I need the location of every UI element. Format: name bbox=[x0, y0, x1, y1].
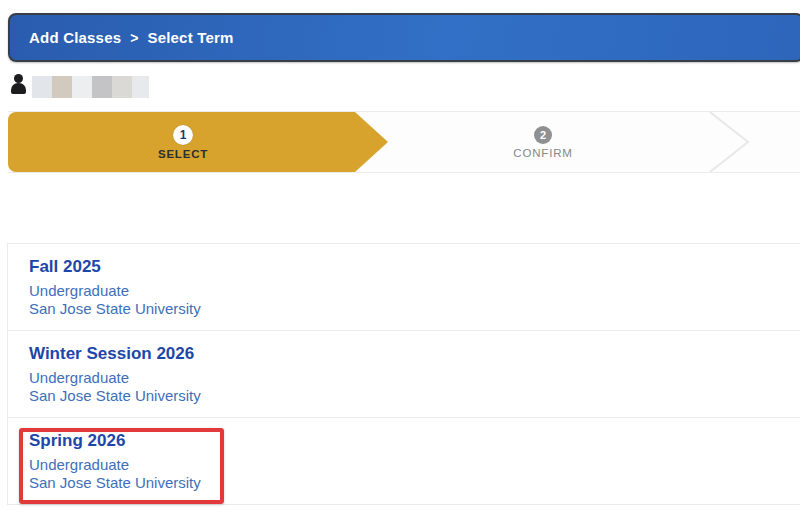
term-career: Undergraduate bbox=[29, 456, 800, 474]
user-identity-row bbox=[10, 72, 149, 98]
step-select-label: SELECT bbox=[158, 148, 208, 160]
term-institution: San Jose State University bbox=[29, 474, 800, 492]
step-select-number: 1 bbox=[173, 125, 193, 145]
term-institution: San Jose State University bbox=[29, 387, 800, 405]
term-career: Undergraduate bbox=[29, 369, 800, 387]
step-confirm-label: CONFIRM bbox=[513, 147, 572, 159]
term-list: Fall 2025 Undergraduate San Jose State U… bbox=[7, 243, 800, 505]
term-institution: San Jose State University bbox=[29, 300, 800, 318]
step-select: 1 SELECT bbox=[8, 112, 358, 172]
breadcrumb-add-classes[interactable]: Add Classes bbox=[29, 29, 121, 46]
step-confirm-number: 2 bbox=[534, 126, 552, 144]
term-career: Undergraduate bbox=[29, 282, 800, 300]
step-confirm: 2 CONFIRM bbox=[463, 112, 623, 172]
page-header: Add Classes > Select Term bbox=[8, 13, 800, 62]
breadcrumb-separator-icon: > bbox=[130, 30, 138, 46]
next-step-chevron-icon bbox=[706, 111, 754, 173]
term-row-spring-2026[interactable]: Spring 2026 Undergraduate San Jose State… bbox=[8, 418, 800, 505]
term-link[interactable]: Spring 2026 bbox=[29, 431, 800, 451]
breadcrumb-select-term: Select Term bbox=[147, 29, 233, 46]
term-row-fall-2025[interactable]: Fall 2025 Undergraduate San Jose State U… bbox=[8, 244, 800, 331]
term-link[interactable]: Fall 2025 bbox=[29, 257, 800, 277]
person-icon bbox=[10, 73, 28, 97]
term-link[interactable]: Winter Session 2026 bbox=[29, 344, 800, 364]
term-row-winter-session-2026[interactable]: Winter Session 2026 Undergraduate San Jo… bbox=[8, 331, 800, 418]
redacted-user-name bbox=[32, 76, 149, 98]
